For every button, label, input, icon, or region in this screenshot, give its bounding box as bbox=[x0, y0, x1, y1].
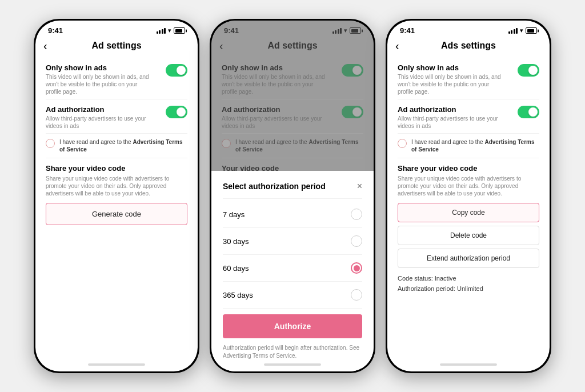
back-button-1[interactable]: ‹ bbox=[43, 39, 47, 53]
header-1: ‹ Ad settings bbox=[35, 37, 198, 55]
video-code-desc-1: Share your unique video code with advert… bbox=[46, 175, 187, 197]
time-1: 9:41 bbox=[48, 26, 63, 35]
radio-option-1[interactable]: 30 days bbox=[223, 228, 362, 255]
modal-header: Select authorization period × bbox=[223, 171, 362, 199]
modal-title: Select authorization period bbox=[223, 182, 326, 191]
toggle-1-1[interactable] bbox=[166, 106, 187, 118]
copy-code-button[interactable]: Copy code bbox=[398, 203, 539, 222]
radio-label-0: 7 days bbox=[223, 210, 245, 219]
toggle-3-0[interactable] bbox=[518, 64, 539, 77]
setting-row-3-0: Only show in ads This video will only be… bbox=[398, 58, 539, 99]
content-3: Only show in ads This video will only be… bbox=[387, 55, 550, 359]
auth-period-modal: Select authorization period × 7 days 30 … bbox=[211, 171, 374, 371]
setting-desc-3-1: Allow third-party advertisers to use you… bbox=[398, 115, 503, 130]
setting-text-1-0: Only show in ads This video will only be… bbox=[46, 63, 151, 95]
header-3: ‹ Ads settings bbox=[387, 37, 550, 55]
extend-authorization-button[interactable]: Extend authorization period bbox=[398, 249, 539, 268]
modal-note: Authorization period will begin after au… bbox=[223, 344, 362, 360]
authorize-button[interactable]: Authorize bbox=[223, 314, 362, 338]
phone-3: 9:41 ▾ ‹ Ads settings Only bbox=[386, 19, 551, 373]
radio-option-3[interactable]: 365 days bbox=[223, 282, 362, 309]
home-indicator-3 bbox=[387, 359, 550, 371]
modal-close-button[interactable]: × bbox=[357, 181, 362, 191]
radio-circle-0[interactable] bbox=[351, 209, 362, 220]
radio-circle-1[interactable] bbox=[351, 235, 362, 247]
setting-desc-3-0: This video will only be shown in ads, an… bbox=[398, 73, 503, 95]
setting-text-1-1: Ad authorization Allow third-party adver… bbox=[46, 105, 151, 130]
checkbox-row-3: I have read and agree to the Advertising… bbox=[398, 134, 539, 158]
checkbox-text-3: I have read and agree to the Advertising… bbox=[411, 138, 539, 153]
phone-2: 9:41 ▾ ‹ Ad settings Only bbox=[210, 19, 375, 373]
screen-title-3: Ads settings bbox=[441, 41, 496, 51]
checkbox-text-1: I have read and agree to the Advertising… bbox=[59, 138, 187, 153]
radio-label-1: 30 days bbox=[223, 237, 249, 246]
screen-title-1: Ad settings bbox=[91, 41, 141, 51]
phones-container: 9:41 ▾ ‹ Ad settings Only bbox=[22, 7, 563, 385]
home-indicator-1 bbox=[35, 359, 198, 371]
home-indicator-2 bbox=[211, 359, 374, 371]
signal-icon-1 bbox=[157, 27, 166, 34]
home-bar-2 bbox=[264, 363, 321, 366]
toggle-3-1[interactable] bbox=[518, 106, 539, 118]
toggle-1-0[interactable] bbox=[166, 64, 187, 77]
wifi-icon-1: ▾ bbox=[168, 27, 171, 34]
status-icons-1: ▾ bbox=[157, 27, 186, 34]
radio-option-2[interactable]: 60 days bbox=[223, 255, 362, 282]
code-status: Code status: Inactive Authorization peri… bbox=[398, 274, 539, 294]
checkbox-1[interactable] bbox=[46, 139, 55, 148]
signal-icon-3 bbox=[508, 27, 518, 34]
phone-3-screen: 9:41 ▾ ‹ Ads settings Only bbox=[387, 21, 550, 371]
radio-circle-3[interactable] bbox=[351, 289, 362, 301]
setting-text-3-1: Ad authorization Allow third-party adver… bbox=[398, 105, 503, 130]
generate-code-button[interactable]: Generate code bbox=[46, 203, 187, 225]
checkbox-row-1: I have read and agree to the Advertising… bbox=[46, 134, 187, 158]
setting-text-3-0: Only show in ads This video will only be… bbox=[398, 63, 503, 95]
phone-1-screen: 9:41 ▾ ‹ Ad settings Only bbox=[35, 21, 198, 371]
home-bar-1 bbox=[88, 363, 145, 366]
setting-label-1-0: Only show in ads bbox=[46, 63, 151, 72]
battery-icon-1 bbox=[174, 27, 185, 34]
setting-row-1-0: Only show in ads This video will only be… bbox=[46, 58, 187, 99]
wifi-icon-3: ▾ bbox=[520, 27, 523, 34]
setting-desc-1-1: Allow third-party advertisers to use you… bbox=[46, 115, 151, 130]
video-code-desc-3: Share your unique video code with advert… bbox=[398, 175, 539, 197]
phone-2-screen: 9:41 ▾ ‹ Ad settings Only bbox=[211, 21, 374, 371]
setting-desc-1-0: This video will only be shown in ads, an… bbox=[46, 73, 151, 95]
radio-circle-2[interactable] bbox=[351, 262, 362, 274]
battery-icon-3 bbox=[526, 27, 537, 34]
back-button-3[interactable]: ‹ bbox=[395, 39, 399, 53]
video-code-label-3: Share your video code bbox=[398, 158, 539, 175]
checkbox-3[interactable] bbox=[398, 139, 407, 148]
content-1: Only show in ads This video will only be… bbox=[35, 55, 198, 359]
status-icons-3: ▾ bbox=[508, 27, 538, 34]
home-bar-3 bbox=[440, 363, 497, 366]
video-code-label-1: Share your video code bbox=[46, 158, 187, 175]
status-bar-3: 9:41 ▾ bbox=[387, 21, 550, 37]
radio-label-3: 365 days bbox=[223, 291, 253, 299]
setting-row-1-1: Ad authorization Allow third-party adver… bbox=[46, 99, 187, 134]
phone-1: 9:41 ▾ ‹ Ad settings Only bbox=[34, 19, 199, 373]
delete-code-button[interactable]: Delete code bbox=[398, 226, 539, 245]
setting-label-1-1: Ad authorization bbox=[46, 105, 151, 114]
radio-label-2: 60 days bbox=[223, 264, 249, 273]
setting-label-3-0: Only show in ads bbox=[398, 63, 503, 72]
time-3: 9:41 bbox=[400, 26, 415, 35]
status-bar-1: 9:41 ▾ bbox=[35, 21, 198, 37]
setting-row-3-1: Ad authorization Allow third-party adver… bbox=[398, 99, 539, 134]
setting-label-3-1: Ad authorization bbox=[398, 105, 503, 114]
radio-option-0[interactable]: 7 days bbox=[223, 201, 362, 228]
